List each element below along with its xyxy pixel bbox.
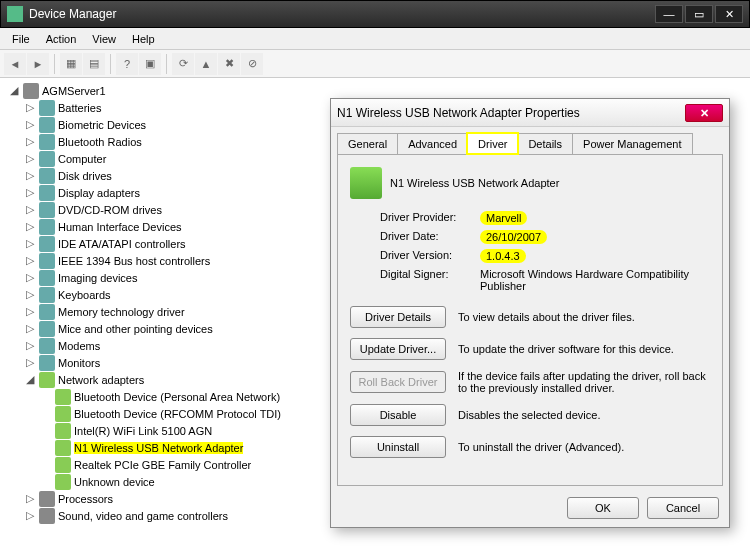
tab-general[interactable]: General <box>337 133 398 154</box>
tree-label: Bluetooth Device (RFCOMM Protocol TDI) <box>74 408 281 420</box>
tree-label: Modems <box>58 340 100 352</box>
device-icon <box>39 100 55 116</box>
device-icon <box>39 355 55 371</box>
tab-driver[interactable]: Driver <box>467 133 518 154</box>
menu-view[interactable]: View <box>84 31 124 47</box>
provider-value: Marvell <box>480 211 527 225</box>
tree-label: Human Interface Devices <box>58 221 182 233</box>
device-icon <box>55 474 71 490</box>
tree-label: Computer <box>58 153 106 165</box>
device-icon <box>39 253 55 269</box>
tree-label: Unknown device <box>74 476 155 488</box>
menu-help[interactable]: Help <box>124 31 163 47</box>
tab-power[interactable]: Power Management <box>572 133 692 154</box>
app-icon <box>7 6 23 22</box>
tab-strip: General Advanced Driver Details Power Ma… <box>331 127 729 154</box>
dialog-title: N1 Wireless USB Network Adapter Properti… <box>337 106 685 120</box>
device-icon <box>39 202 55 218</box>
device-icon <box>55 389 71 405</box>
maximize-button[interactable]: ▭ <box>685 5 713 23</box>
help-button[interactable]: ? <box>116 53 138 75</box>
computer-icon <box>23 83 39 99</box>
tree-label: IDE ATA/ATAPI controllers <box>58 238 186 250</box>
signer-label: Digital Signer: <box>380 268 480 292</box>
device-icon <box>39 270 55 286</box>
view-button[interactable]: ▤ <box>83 53 105 75</box>
tree-label: Disk drives <box>58 170 112 182</box>
device-icon <box>39 134 55 150</box>
separator <box>54 54 55 74</box>
driver-details-button[interactable]: Driver Details <box>350 306 446 328</box>
device-name: N1 Wireless USB Network Adapter <box>390 177 559 189</box>
ok-button[interactable]: OK <box>567 497 639 519</box>
dialog-close-button[interactable]: ✕ <box>685 104 723 122</box>
device-icon <box>39 168 55 184</box>
tree-label: Bluetooth Device (Personal Area Network) <box>74 391 280 403</box>
back-button[interactable]: ◄ <box>4 53 26 75</box>
tree-label: Realtek PCIe GBE Family Controller <box>74 459 251 471</box>
menu-action[interactable]: Action <box>38 31 85 47</box>
device-icon <box>39 304 55 320</box>
tab-details[interactable]: Details <box>517 133 573 154</box>
properties-dialog: N1 Wireless USB Network Adapter Properti… <box>330 98 730 528</box>
update-button[interactable]: ▲ <box>195 53 217 75</box>
tree-label: Intel(R) WiFi Link 5100 AGN <box>74 425 212 437</box>
device-icon <box>39 219 55 235</box>
dialog-titlebar[interactable]: N1 Wireless USB Network Adapter Properti… <box>331 99 729 127</box>
disable-button[interactable]: Disable <box>350 404 446 426</box>
disable-button[interactable]: ⊘ <box>241 53 263 75</box>
tree-label: N1 Wireless USB Network Adapter <box>74 442 243 454</box>
device-icon <box>55 423 71 439</box>
cancel-button[interactable]: Cancel <box>647 497 719 519</box>
menubar: File Action View Help <box>0 28 750 50</box>
device-icon <box>39 185 55 201</box>
date-label: Driver Date: <box>380 230 480 244</box>
tree-label: Mice and other pointing devices <box>58 323 213 335</box>
tree-label: Display adapters <box>58 187 140 199</box>
update-driver-desc: To update the driver software for this d… <box>458 343 710 355</box>
properties-button[interactable]: ▣ <box>139 53 161 75</box>
device-icon <box>39 117 55 133</box>
uninstall-button[interactable]: Uninstall <box>350 436 446 458</box>
tree-root[interactable]: ◢ AGMServer1 <box>8 82 742 99</box>
device-icon <box>350 167 382 199</box>
version-label: Driver Version: <box>380 249 480 263</box>
separator <box>166 54 167 74</box>
minimize-button[interactable]: — <box>655 5 683 23</box>
uninstall-button[interactable]: ✖ <box>218 53 240 75</box>
tree-label: Processors <box>58 493 113 505</box>
tree-label: DVD/CD-ROM drives <box>58 204 162 216</box>
provider-label: Driver Provider: <box>380 211 480 225</box>
tree-label: Batteries <box>58 102 101 114</box>
uninstall-desc: To uninstall the driver (Advanced). <box>458 441 710 453</box>
rollback-driver-button: Roll Back Driver <box>350 371 446 393</box>
version-value: 1.0.4.3 <box>480 249 526 263</box>
scan-button[interactable]: ⟳ <box>172 53 194 75</box>
device-icon <box>39 151 55 167</box>
forward-button[interactable]: ► <box>27 53 49 75</box>
titlebar: Device Manager — ▭ ✕ <box>0 0 750 28</box>
device-icon <box>39 491 55 507</box>
tree-label: Keyboards <box>58 289 111 301</box>
update-driver-button[interactable]: Update Driver... <box>350 338 446 360</box>
tree-label: Bluetooth Radios <box>58 136 142 148</box>
menu-file[interactable]: File <box>4 31 38 47</box>
device-icon <box>39 236 55 252</box>
window-title: Device Manager <box>29 7 655 21</box>
tree-label: Biometric Devices <box>58 119 146 131</box>
tree-label: Sound, video and game controllers <box>58 510 228 522</box>
network-icon <box>39 372 55 388</box>
show-hidden-button[interactable]: ▦ <box>60 53 82 75</box>
device-icon <box>55 406 71 422</box>
rollback-driver-desc: If the device fails after updating the d… <box>458 370 710 394</box>
tab-panel-driver: N1 Wireless USB Network Adapter Driver P… <box>337 154 723 486</box>
tab-advanced[interactable]: Advanced <box>397 133 468 154</box>
close-button[interactable]: ✕ <box>715 5 743 23</box>
driver-details-desc: To view details about the driver files. <box>458 311 710 323</box>
device-icon <box>39 287 55 303</box>
device-icon <box>39 321 55 337</box>
date-value: 26/10/2007 <box>480 230 547 244</box>
separator <box>110 54 111 74</box>
tree-label: Imaging devices <box>58 272 138 284</box>
signer-value: Microsoft Windows Hardware Compatibility… <box>480 268 710 292</box>
